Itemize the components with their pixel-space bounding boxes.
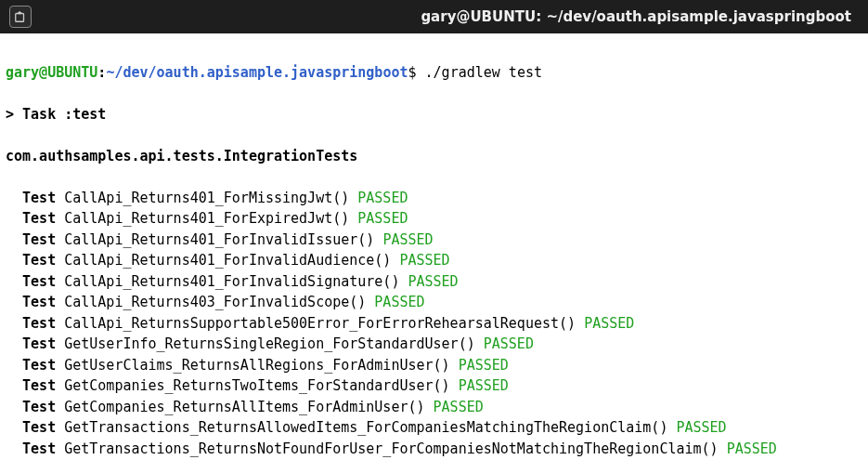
test-name: GetTransactions_ReturnsNotFoundForUser_F… bbox=[64, 440, 718, 457]
test-label: Test bbox=[22, 294, 56, 310]
test-status-passed: PASSED bbox=[357, 210, 408, 227]
test-status-passed: PASSED bbox=[484, 335, 534, 352]
test-result-row: Test CallApi_Returns401_ForExpiredJwt() … bbox=[6, 208, 862, 230]
test-result-row: Test CallApi_Returns403_ForInvalidScope(… bbox=[6, 292, 862, 313]
test-name: CallApi_Returns401_ForInvalidIssuer() bbox=[64, 231, 374, 248]
test-result-row: Test CallApi_Returns401_ForInvalidSignat… bbox=[6, 271, 862, 293]
test-label: Test bbox=[22, 377, 56, 394]
test-status-passed: PASSED bbox=[459, 357, 509, 374]
test-name: CallApi_ReturnsSupportable500Error_ForEr… bbox=[64, 315, 576, 332]
test-result-row: Test GetTransactions_ReturnsAllowedItems… bbox=[6, 417, 862, 439]
test-name: GetCompanies_ReturnsAllItems_ForAdminUse… bbox=[64, 399, 424, 415]
test-status-passed: PASSED bbox=[357, 190, 408, 206]
test-status-passed: PASSED bbox=[676, 419, 726, 436]
test-status-passed: PASSED bbox=[399, 252, 449, 269]
test-label: Test bbox=[22, 440, 56, 457]
test-result-row: Test CallApi_Returns401_ForMissingJwt() … bbox=[6, 188, 862, 209]
test-label: Test bbox=[22, 210, 56, 227]
test-result-row: Test CallApi_ReturnsSupportable500Error_… bbox=[6, 313, 862, 335]
test-label: Test bbox=[22, 399, 56, 415]
prompt-path: ~/dev/oauth.apisample.javaspringboot bbox=[106, 64, 408, 81]
test-name: CallApi_Returns403_ForInvalidScope() bbox=[64, 294, 366, 310]
test-name: CallApi_Returns401_ForExpiredJwt() bbox=[64, 210, 349, 227]
test-result-row: Test GetUserClaims_ReturnsAllRegions_For… bbox=[6, 355, 862, 376]
command-text: ./gradlew test bbox=[425, 64, 542, 81]
test-label: Test bbox=[22, 273, 56, 290]
test-status-passed: PASSED bbox=[374, 294, 424, 310]
test-result-row: Test CallApi_Returns401_ForInvalidIssuer… bbox=[6, 230, 862, 251]
test-status-passed: PASSED bbox=[382, 231, 433, 248]
test-status-passed: PASSED bbox=[408, 273, 458, 290]
window-titlebar: gary@UBUNTU: ~/dev/oauth.apisample.javas… bbox=[0, 0, 868, 33]
test-name: GetCompanies_ReturnsTwoItems_ForStandard… bbox=[64, 377, 449, 394]
test-label: Test bbox=[22, 252, 56, 269]
test-name: CallApi_Returns401_ForInvalidSignature() bbox=[64, 273, 399, 290]
test-name: GetUserInfo_ReturnsSingleRegion_ForStand… bbox=[64, 335, 475, 352]
test-label: Test bbox=[22, 357, 56, 374]
test-name: CallApi_Returns401_ForMissingJwt() bbox=[64, 190, 349, 206]
test-name: GetUserClaims_ReturnsAllRegions_ForAdmin… bbox=[64, 357, 449, 374]
test-result-row: Test GetTransactions_ReturnsNotFoundForU… bbox=[6, 439, 862, 460]
test-result-row: Test GetCompanies_ReturnsAllItems_ForAdm… bbox=[6, 397, 862, 418]
test-suite-name: com.authsamples.api.tests.IntegrationTes… bbox=[6, 148, 357, 164]
test-name: CallApi_Returns401_ForInvalidAudience() bbox=[64, 252, 391, 269]
test-result-row: Test GetCompanies_ReturnsTwoItems_ForSta… bbox=[6, 375, 862, 397]
test-status-passed: PASSED bbox=[459, 377, 509, 394]
prompt-user-host: gary@UBUNTU bbox=[6, 64, 97, 81]
test-label: Test bbox=[22, 335, 56, 352]
test-status-passed: PASSED bbox=[584, 315, 634, 332]
test-label: Test bbox=[22, 419, 56, 436]
task-line: > Task :test bbox=[6, 106, 106, 123]
test-result-row: Test CallApi_Returns401_ForInvalidAudien… bbox=[6, 250, 862, 271]
prompt-dollar: $ bbox=[408, 64, 416, 81]
terminal-output[interactable]: gary@UBUNTU:~/dev/oauth.apisample.javasp… bbox=[0, 33, 868, 473]
test-results-list: Test CallApi_Returns401_ForMissingJwt() … bbox=[6, 188, 862, 460]
test-label: Test bbox=[22, 315, 56, 332]
test-status-passed: PASSED bbox=[434, 399, 484, 415]
svg-rect-0 bbox=[16, 14, 24, 22]
test-result-row: Test GetUserInfo_ReturnsSingleRegion_For… bbox=[6, 334, 862, 355]
test-status-passed: PASSED bbox=[727, 440, 777, 457]
new-tab-icon[interactable] bbox=[9, 6, 32, 28]
test-label: Test bbox=[22, 231, 56, 248]
window-title: gary@UBUNTU: ~/dev/oauth.apisample.javas… bbox=[43, 8, 859, 25]
test-name: GetTransactions_ReturnsAllowedItems_ForC… bbox=[64, 419, 667, 436]
test-label: Test bbox=[22, 190, 56, 206]
